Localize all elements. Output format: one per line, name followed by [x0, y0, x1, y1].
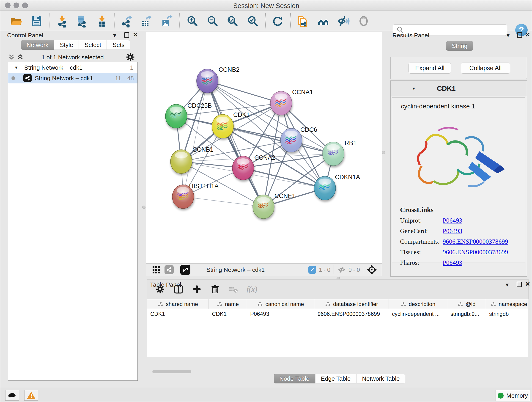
expand-all-button[interactable]: Expand All	[409, 63, 451, 74]
collapse-all-button[interactable]: Collapse All	[461, 63, 510, 74]
table-panel-collapse-button[interactable]: ▾	[506, 282, 509, 288]
tab-node-table[interactable]: Node Table	[274, 374, 315, 383]
network-node-cdk1[interactable]	[212, 114, 234, 138]
birds-eye-view-button[interactable]	[165, 265, 174, 274]
current-network-indicator	[12, 76, 15, 80]
table-panel-close-button[interactable]: ×	[525, 280, 530, 288]
table-cell[interactable]: CDK1	[147, 309, 209, 319]
export-image-button[interactable]	[159, 14, 173, 28]
crosslink-value-link[interactable]: P06493	[443, 227, 462, 235]
network-canvas[interactable]: CCNB2CCNA1CDC25BCDK1CDC6RB1CCNB1CCNA2CDK…	[146, 32, 382, 263]
collapse-section-icon[interactable]: ▾	[413, 86, 415, 91]
control-panel-close-button[interactable]: ×	[133, 31, 138, 38]
results-panel-float-button[interactable]	[517, 32, 522, 38]
toolbar-separator	[114, 13, 114, 28]
network-node-rb1[interactable]	[323, 142, 344, 166]
tab-string[interactable]: String	[446, 41, 473, 51]
network-node-ccnb1[interactable]	[171, 150, 192, 173]
network-edge[interactable]	[207, 81, 281, 103]
crosslink-row: Tissues:9606.ENSP00000378699	[400, 249, 525, 256]
toolbar-separator	[49, 13, 50, 28]
table-cell[interactable]: cyclin-dependent ...	[389, 309, 447, 319]
show-all-button[interactable]	[357, 14, 370, 28]
zoom-fit-button[interactable]	[225, 14, 239, 28]
protein-card-header[interactable]: ▾ CDK1	[391, 81, 527, 96]
zoom-out-button[interactable]	[206, 14, 219, 28]
network-node-cdc25b[interactable]	[165, 104, 187, 128]
column-header[interactable]: shared name	[147, 299, 209, 309]
crosslink-value-link[interactable]: 9606.ENSP00000378699	[443, 249, 508, 256]
save-session-button[interactable]	[30, 14, 43, 28]
column-header[interactable]: namespace	[486, 299, 528, 309]
toolbar-separator	[265, 13, 266, 28]
first-neighbors-button[interactable]	[317, 14, 330, 28]
network-node-ccna1[interactable]	[270, 91, 292, 115]
column-header[interactable]: name	[209, 299, 247, 309]
tab-edge-table[interactable]: Edge Table	[315, 374, 356, 383]
network-collection-row[interactable]: ▼ String Network – cdk1 1	[8, 62, 138, 73]
results-panel-collapse-button[interactable]: ▾	[507, 32, 510, 38]
table-row[interactable]: CDK1CDK1P064939606.ENSP00000378699cyclin…	[147, 309, 528, 319]
table-cell[interactable]: stringdb:9...	[447, 309, 486, 319]
import-network-database-button[interactable]	[75, 14, 88, 28]
zoom-selected-button[interactable]	[246, 14, 260, 28]
column-header[interactable]: database identifier	[314, 299, 389, 309]
network-row-selected[interactable]: String Network – cdk1 11 48	[8, 73, 138, 83]
network-node-ccnb2[interactable]	[196, 69, 218, 93]
delete-column-button[interactable]	[210, 284, 220, 294]
export-table-button[interactable]	[139, 14, 152, 28]
crosslink-value-link[interactable]: 9606.ENSP00000378699	[443, 238, 508, 245]
import-table-button[interactable]	[95, 14, 109, 28]
hide-selected-button[interactable]	[336, 14, 350, 28]
export-network-button[interactable]	[119, 14, 133, 28]
network-graph[interactable]: CCNB2CCNA1CDC25BCDK1CDC6RB1CCNB1CCNA2CDK…	[146, 32, 382, 264]
left-splitter-handle[interactable]	[142, 206, 146, 209]
table-cell[interactable]: 9606.ENSP00000378699	[314, 309, 389, 319]
detach-view-button[interactable]	[180, 265, 190, 275]
crosslink-value-link[interactable]: P06493	[443, 217, 462, 224]
network-node-ccne1[interactable]	[253, 195, 274, 219]
column-header[interactable]: @id	[447, 299, 486, 309]
import-network-file-button[interactable]	[55, 14, 69, 28]
cloud-status-button[interactable]	[5, 390, 19, 401]
tab-style[interactable]: Style	[54, 40, 79, 50]
column-header[interactable]: description	[389, 299, 447, 309]
tab-sets[interactable]: Sets	[107, 40, 130, 50]
network-node-ccna2[interactable]	[232, 156, 254, 180]
network-node-cdc6[interactable]	[280, 128, 302, 152]
control-panel-float-button[interactable]	[124, 32, 129, 38]
control-panel-collapse-button[interactable]: ▾	[113, 32, 116, 38]
table-cell[interactable]: stringdb	[486, 309, 528, 319]
tab-select[interactable]: Select	[79, 40, 107, 50]
network-edge[interactable]	[183, 81, 207, 197]
column-header[interactable]: canonical name	[247, 299, 314, 309]
zoom-in-button[interactable]	[185, 14, 199, 28]
memory-button[interactable]: Memory	[496, 390, 530, 401]
table-header-row: shared namenamecanonical namedatabase id…	[147, 299, 528, 309]
tree-expander-icon[interactable]: ▼	[14, 65, 18, 70]
open-session-button[interactable]	[9, 14, 23, 28]
table-cell[interactable]: CDK1	[209, 309, 247, 319]
tab-network[interactable]: Network	[21, 40, 54, 50]
tab-network-table[interactable]: Network Table	[356, 374, 405, 383]
network-node-cdkn1a[interactable]	[314, 176, 336, 200]
create-column-button[interactable]	[191, 284, 202, 294]
table-cell[interactable]: P06493	[247, 309, 314, 319]
show-grid-button[interactable]	[152, 266, 160, 274]
crosslink-label: GeneCard:	[400, 227, 443, 235]
selected-nodes-checkbox[interactable]: ✓	[308, 266, 316, 274]
node-table[interactable]: shared namenamecanonical namedatabase id…	[147, 299, 528, 357]
window-title: Session: New Session	[0, 2, 532, 10]
network-edge[interactable]	[183, 197, 264, 207]
network-panel-options-button[interactable]	[125, 52, 135, 62]
fit-selected-button[interactable]	[367, 264, 377, 275]
results-panel-title: Results Panel	[393, 32, 429, 39]
table-panel-float-button[interactable]	[517, 282, 522, 287]
crosslink-value-link[interactable]: P06493	[443, 259, 462, 266]
network-from-file-button[interactable]	[296, 14, 310, 28]
warnings-button[interactable]	[24, 390, 38, 401]
apply-layout-button[interactable]	[271, 14, 285, 28]
zoom-out-icon	[206, 15, 219, 27]
results-panel-close-button[interactable]: ×	[525, 31, 530, 38]
node-label-cdc6: CDC6	[300, 126, 317, 133]
